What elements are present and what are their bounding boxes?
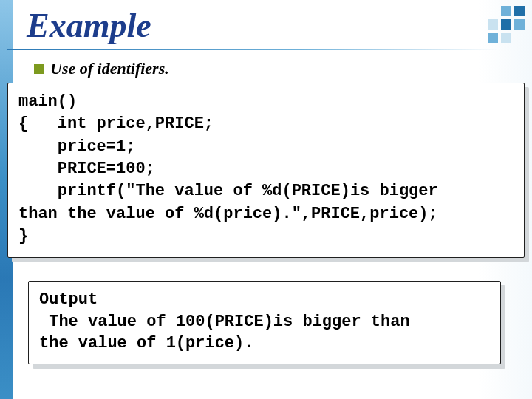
title-underline — [7, 49, 499, 50]
corner-decoration — [488, 6, 525, 43]
output-text: Output The value of 100(PRICE)is bigger … — [39, 289, 490, 355]
slide: Example Use of identifiers. main() { int… — [0, 0, 532, 399]
bullet-text: Use of identifiers. — [50, 59, 169, 78]
code-text: main() { int price,PRICE; price=1; PRICE… — [18, 91, 514, 248]
page-title: Example — [27, 6, 151, 45]
code-box-main: main() { int price,PRICE; price=1; PRICE… — [7, 83, 525, 258]
bullet-square-icon — [34, 64, 44, 74]
output-box: Output The value of 100(PRICE)is bigger … — [28, 281, 501, 364]
bullet-item: Use of identifiers. — [34, 59, 169, 78]
